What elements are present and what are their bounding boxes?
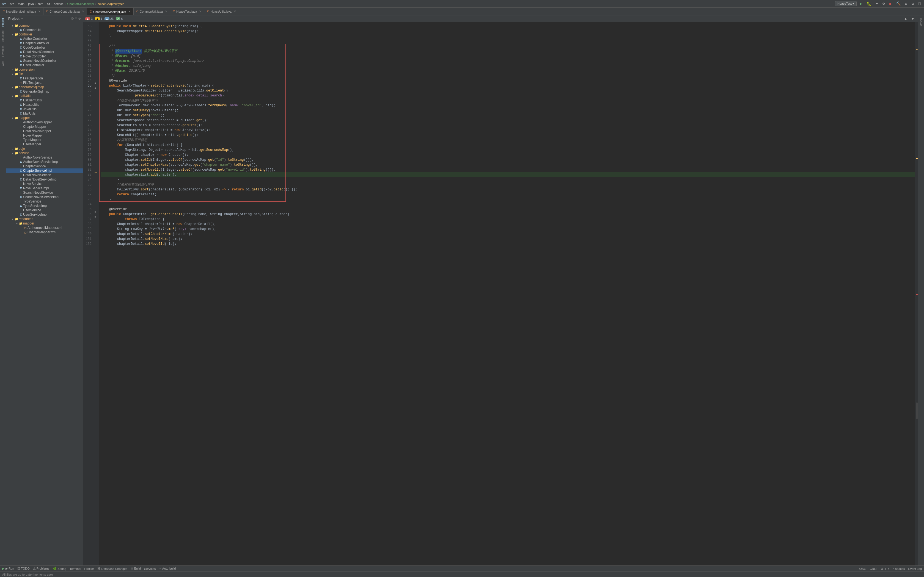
- terminal-icon[interactable]: ⊞: [904, 1, 908, 6]
- run-status[interactable]: ▶ ▶ Run: [2, 567, 14, 571]
- tree-item-esclientutils[interactable]: C EsClientUtils: [6, 98, 83, 103]
- tree-item-file[interactable]: ▾ 📁 file: [6, 72, 83, 76]
- settings-sidebar-icon[interactable]: ⚙: [78, 16, 81, 21]
- run-button[interactable]: ▶: [859, 1, 863, 6]
- tree-item-detailnovelservice[interactable]: I DetailNovelService: [6, 173, 83, 177]
- charset[interactable]: UTF-8: [881, 567, 889, 571]
- tree-item-generatorsqlmap[interactable]: ▾ 📁 generatorSqlmap: [6, 85, 83, 89]
- tab-hbase-utils[interactable]: C HbaseUtils.java ✕: [204, 8, 239, 15]
- terminal-status[interactable]: Terminal: [69, 567, 81, 571]
- maximize-button[interactable]: □: [918, 1, 922, 6]
- tree-item-usercontroller[interactable]: C UserController: [6, 63, 83, 67]
- tree-item-authorcontroller[interactable]: C AuthorController: [6, 37, 83, 41]
- tree-item-resources-mapper[interactable]: ▾ 📁 mapper: [6, 221, 83, 226]
- tree-item-fileoperation[interactable]: C FileOperation: [6, 76, 83, 81]
- tree-item-hbaseutils[interactable]: C HbaseUtils: [6, 103, 83, 107]
- structure-tab[interactable]: Structure: [1, 29, 5, 44]
- settings-gear-icon[interactable]: ⚙: [911, 1, 915, 6]
- tab-hbase-test[interactable]: C HbaseTest.java ✕: [170, 8, 204, 15]
- tree-item-chaptercontroller[interactable]: C ChapterController: [6, 41, 83, 45]
- minimap-scrollbar[interactable]: [915, 22, 918, 566]
- tree-item-novelcontroller[interactable]: C NovelController: [6, 54, 83, 58]
- warning-badge-1[interactable]: ▲ 1: [95, 17, 102, 20]
- tree-item-userservice[interactable]: I UserService: [6, 208, 83, 213]
- event-log[interactable]: Event Log: [908, 567, 922, 571]
- tree-item-detailnovelserviceimpl[interactable]: C DetailNovelServiceImpl: [6, 177, 83, 182]
- tree-item-mapper[interactable]: ▾ 📁 mapper: [6, 116, 83, 120]
- favorites-tab[interactable]: Favorites: [1, 44, 5, 58]
- tree-item-userserviceimpl[interactable]: C UserServiceImpl: [6, 213, 83, 217]
- autobuild-status[interactable]: ✓ Auto-build: [159, 567, 176, 571]
- code-editor[interactable]: public void deleteAllChapterByNid(String…: [99, 22, 915, 566]
- problems-status[interactable]: ⚠ Problems: [33, 567, 50, 571]
- tree-item-pojo[interactable]: ▸ 📁 pojo: [6, 147, 83, 151]
- maven-tab[interactable]: Maven: [919, 16, 923, 28]
- tree-item-authornovelmapper-xml[interactable]: ◻ AuthornovelMapper.xml: [6, 226, 83, 230]
- tree-item-javautils[interactable]: C JavaUtils: [6, 107, 83, 111]
- tree-item-chapterserviceimpl[interactable]: C ChapterServiceImpl: [6, 168, 83, 173]
- run-config[interactable]: HbaseTest ▾: [835, 1, 857, 6]
- tab-close-button[interactable]: ✕: [82, 10, 84, 13]
- tree-item-mailutils[interactable]: ▾ 📁 mailUtils: [6, 94, 83, 98]
- tree-item-novelservice[interactable]: I NovelService: [6, 182, 83, 186]
- tree-item-controller[interactable]: ▾ 📁 controller: [6, 32, 83, 37]
- web-tab[interactable]: Web: [1, 59, 5, 68]
- nav-down-icon[interactable]: ▼: [910, 16, 916, 21]
- info-badge-23[interactable]: ▲ 23: [105, 17, 113, 20]
- tab-chapter-service-impl[interactable]: C ChapterServiceImpl.java ✕: [87, 8, 134, 15]
- build-status[interactable]: ⚙ Build: [131, 567, 141, 571]
- indent[interactable]: 4 spaces: [893, 567, 905, 571]
- coverage-button[interactable]: ☂: [874, 1, 879, 6]
- profiler-status[interactable]: Profiler: [84, 567, 94, 571]
- error-badge-3[interactable]: ▲ 3: [85, 17, 93, 20]
- tree-item-codecontroller[interactable]: C CodeController: [6, 45, 83, 50]
- tab-close-button[interactable]: ✕: [38, 10, 40, 13]
- tree-item-mailutils-class[interactable]: C MailUtils: [6, 111, 83, 116]
- tree-item-chaptermapper[interactable]: I ChapterMapper: [6, 124, 83, 129]
- project-tab[interactable]: Project: [1, 16, 5, 28]
- dropdown-arrow-icon[interactable]: ▾: [21, 17, 23, 21]
- line-ending[interactable]: CRLF: [870, 567, 878, 571]
- nav-up-icon[interactable]: ▲: [903, 16, 909, 21]
- ok-badge-6[interactable]: ✓ 6: [116, 17, 123, 20]
- scrollbar-thumb[interactable]: [916, 403, 918, 419]
- tree-item-chaptermapper-xml[interactable]: ◻ ChapterMapper.xml: [6, 230, 83, 234]
- tree-item-typemapper[interactable]: I TypeMapper: [6, 138, 83, 142]
- tree-item-resources[interactable]: ▾ 📁 resources: [6, 217, 83, 221]
- spring-status[interactable]: 🌿 Spring: [53, 567, 66, 571]
- tree-item-generatorsqlmap-class[interactable]: C GeneratorSqlmap: [6, 89, 83, 94]
- tree-item-novelserviceimpl[interactable]: C NovelServiceImpl: [6, 186, 83, 190]
- tree-item-service[interactable]: ▾ 📁 service: [6, 151, 83, 155]
- stop-button[interactable]: ■: [888, 1, 892, 6]
- tab-close-button[interactable]: ✕: [234, 10, 236, 13]
- services-status[interactable]: Services: [144, 567, 156, 571]
- tree-item-novelmapper[interactable]: I NovelMapper: [6, 133, 83, 138]
- debug-button[interactable]: 🐛: [866, 1, 872, 6]
- tree-item-common[interactable]: ▾ 📁 common: [6, 23, 83, 28]
- tree-item-typeservice[interactable]: I TypeService: [6, 199, 83, 204]
- settings-button[interactable]: ⚙: [881, 1, 886, 6]
- tree-item-authornovelserviceimpl[interactable]: C AuthorNovelServiceImpl: [6, 160, 83, 164]
- tab-chapter-controller[interactable]: C ChapterController.java ✕: [44, 8, 87, 15]
- todo-status[interactable]: ☑ TODO: [17, 567, 29, 571]
- tree-item-detailnovelmapper[interactable]: I DetailNovelMapper: [6, 129, 83, 133]
- tree-item-searchnovelservice[interactable]: I SearchNovelService: [6, 190, 83, 195]
- tree-item-typeserviceimpl[interactable]: C TypeServiceImpl: [6, 204, 83, 208]
- tree-item-searchnovelserviceimpl[interactable]: C SearchNovelServiceImpl: [6, 195, 83, 199]
- tab-close-button[interactable]: ✕: [165, 10, 167, 13]
- build-button[interactable]: 🔨: [895, 1, 902, 6]
- tree-item-usermapper[interactable]: I UserMapper: [6, 142, 83, 147]
- tab-common-util[interactable]: C CommonUtil.java ✕: [134, 8, 170, 15]
- tree-item-searchnovelcontroller[interactable]: C SearchNovelController: [6, 58, 83, 63]
- database-status[interactable]: 🗄 Database Changes: [97, 567, 127, 571]
- tree-item-authornovelservice[interactable]: I AuthorNovelService: [6, 155, 83, 160]
- tab-close-button[interactable]: ✕: [199, 10, 201, 13]
- tree-item-conversion[interactable]: ▸ 📁 conversion: [6, 67, 83, 72]
- tab-novel-service-impl[interactable]: C NovelServiceImpl.java ✕: [0, 8, 44, 15]
- tree-item-chapterservice[interactable]: I ChapterService: [6, 164, 83, 168]
- tree-item-detailnovelcontroller[interactable]: C DetailNovelController: [6, 50, 83, 54]
- tree-item-commonutil[interactable]: C CommonUtil: [6, 28, 83, 32]
- tree-item-filetest[interactable]: ◻ FileTest.java: [6, 81, 83, 85]
- tree-item-authornovelmapper[interactable]: I AuthornovelMapper: [6, 120, 83, 124]
- sync-icon[interactable]: ⟳: [71, 16, 74, 21]
